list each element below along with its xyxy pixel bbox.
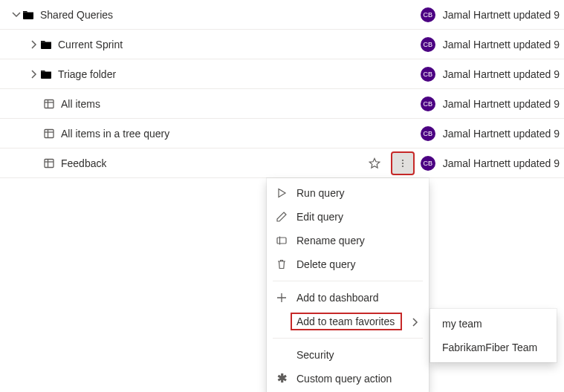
modified-text: Jamal Hartnett updated 9 [443,128,560,140]
avatar: CB [421,156,435,171]
tree-row-label: Feedback [61,157,106,169]
menu-item-rename-query[interactable]: Rename query [267,229,429,252]
tree-row-folder[interactable]: Triage folder CB Jamal Hartnett updated … [0,59,564,89]
menu-item-label: Add to team favorites [292,314,401,329]
menu-item-add-to-team-favorites[interactable]: Add to team favorites [267,310,429,333]
query-icon [43,98,55,110]
tree-row-label: All items in a tree query [61,128,169,140]
menu-item-label: FabrikamFiber Team [442,342,545,353]
folder-icon [40,39,52,50]
trash-icon [276,258,288,270]
menu-item-edit-query[interactable]: Edit query [267,205,429,229]
favorite-star-button[interactable] [364,153,385,174]
tree-row-label: Triage folder [58,68,116,80]
team-favorites-submenu: my team FabrikamFiber Team [430,309,557,362]
submenu-item-fabrikamfiber-team[interactable]: FabrikamFiber Team [430,336,557,359]
avatar: CB [421,7,435,22]
more-actions-button[interactable] [392,153,413,174]
tree-row-folder[interactable]: Current Sprint CB Jamal Hartnett updated… [0,30,564,59]
menu-item-custom-query-action[interactable]: ✱ Custom query action [267,367,429,391]
menu-item-add-to-dashboard[interactable]: Add to dashboard [267,286,429,310]
modified-text: Jamal Hartnett updated 9 [443,9,560,21]
menu-item-label: Run query [296,187,420,199]
query-icon [43,128,55,140]
menu-item-label: Rename query [296,235,420,246]
menu-separator [273,281,423,281]
tree-row-label: Shared Queries [40,9,113,21]
menu-item-delete-query[interactable]: Delete query [267,252,429,276]
avatar: CB [421,37,435,52]
menu-item-label: Add to dashboard [296,292,420,304]
menu-separator [273,338,423,339]
play-icon [276,187,288,199]
asterisk-icon: ✱ [276,373,288,385]
menu-item-label: my team [442,318,545,330]
plus-icon [276,292,288,304]
menu-item-label: Security [296,349,420,361]
menu-item-label: Delete query [296,258,420,270]
rename-icon [276,235,288,246]
modified-text: Jamal Hartnett updated 9 [443,39,560,50]
modified-text: Jamal Hartnett updated 9 [443,98,560,110]
avatar: CB [421,126,435,141]
modified-text: Jamal Hartnett updated 9 [443,68,560,80]
menu-item-run-query[interactable]: Run query [267,181,429,205]
folder-icon [22,9,34,21]
chevron-right-icon [409,316,420,327]
pencil-icon [276,211,288,223]
modified-text: Jamal Hartnett updated 9 [443,157,560,169]
chevron-down-icon[interactable] [10,9,22,21]
query-icon [43,157,55,169]
avatar: CB [421,67,435,82]
tree-row-query[interactable]: All items CB Jamal Hartnett updated 9 [0,89,564,119]
tree-row-query[interactable]: Feedback CB Jamal Hartnett updated 9 [0,148,564,178]
tree-row-label: Current Sprint [58,39,123,50]
menu-item-security[interactable]: Security [267,343,429,367]
tree-row-folder[interactable]: Shared Queries CB Jamal Hartnett updated… [0,0,564,30]
folder-icon [40,68,52,80]
menu-item-label: Custom query action [296,373,420,385]
avatar: CB [421,97,435,111]
context-menu: Run query Edit query Rename query Delete… [267,178,429,392]
chevron-right-icon[interactable] [28,68,40,80]
tree-row-query[interactable]: All items in a tree query CB Jamal Hartn… [0,119,564,148]
menu-item-label: Edit query [296,211,420,223]
query-tree: Shared Queries CB Jamal Hartnett updated… [0,0,564,178]
tree-row-label: All items [61,98,100,110]
chevron-right-icon[interactable] [28,39,40,50]
submenu-item-my-team[interactable]: my team [430,312,557,336]
